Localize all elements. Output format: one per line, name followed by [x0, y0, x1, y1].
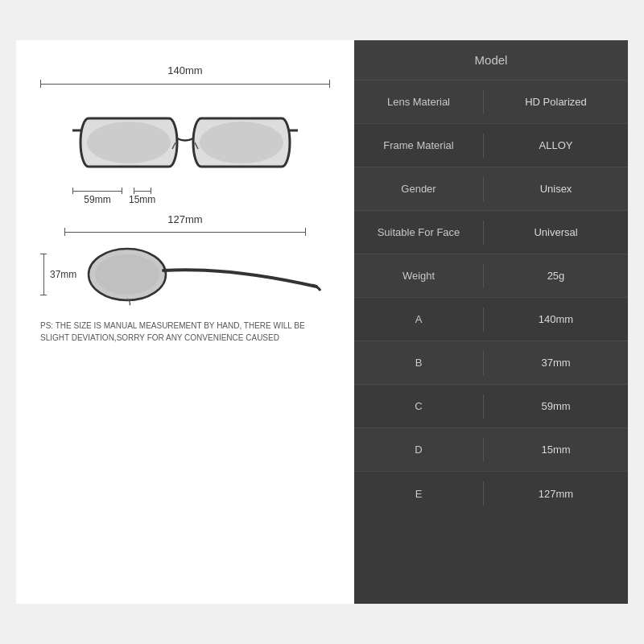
right-panel: Model Lens Material HD Polarized Frame M…	[354, 40, 628, 604]
spec-value-a: 140mm	[484, 307, 628, 332]
spec-label-e: E	[354, 481, 483, 506]
line-37mm	[43, 254, 44, 295]
spec-value-frame: ALLOY	[484, 133, 628, 158]
sub-dimensions: 59mm 15mm	[40, 188, 330, 205]
spec-value-face: Universal	[484, 220, 628, 245]
arrow-37mm-vert	[40, 254, 47, 295]
note-text: PS: THE SIZE IS MANUAL MEASUREMENT BY HA…	[40, 320, 330, 344]
spec-label-frame: Frame Material	[354, 133, 483, 158]
main-container: 140mm	[16, 40, 628, 604]
dim-59mm-group: 59mm	[72, 188, 122, 205]
glasses-front-view	[40, 102, 330, 183]
svg-point-7	[200, 122, 283, 163]
arrow-59mm	[72, 188, 122, 194]
top-dimension: 140mm	[40, 64, 330, 94]
spec-label-c: C	[354, 394, 483, 419]
spec-row-c: C 59mm	[354, 385, 628, 428]
line-59mm	[73, 191, 122, 192]
arrow-140mm	[40, 80, 330, 88]
spec-label-b: B	[354, 350, 483, 375]
spec-value-gender: Unisex	[484, 176, 628, 201]
spec-row-weight: Weight 25g	[354, 254, 628, 298]
spec-value-b: 37mm	[484, 350, 628, 375]
cap-59-right	[122, 188, 122, 194]
line-127mm	[65, 232, 305, 233]
dim-59mm-label: 59mm	[84, 194, 110, 205]
spec-row-frame-material: Frame Material ALLOY	[354, 124, 628, 167]
spec-row-e: E 127mm	[354, 472, 628, 515]
spec-label-d: D	[354, 437, 483, 462]
dim-15mm-label: 15mm	[129, 194, 155, 205]
spec-header-row: Model	[354, 40, 628, 80]
spec-row-b: B 37mm	[354, 341, 628, 385]
spec-row-gender: Gender Unisex	[354, 167, 628, 211]
spec-label-lens: Lens Material	[354, 89, 483, 114]
svg-point-9	[95, 254, 159, 295]
left-panel: 140mm	[16, 40, 354, 604]
spec-label-face: Suitable For Face	[354, 220, 483, 245]
svg-point-6	[87, 122, 171, 163]
dim-127mm-label: 127mm	[167, 213, 202, 225]
glasses-side-svg	[83, 242, 324, 307]
cap-127-right	[305, 228, 306, 236]
arrow-15mm	[134, 188, 151, 194]
spec-label-a: A	[354, 307, 483, 332]
cap-right	[329, 80, 330, 88]
dim-127mm-group: 127mm	[40, 213, 330, 236]
spec-label-weight: Weight	[354, 263, 483, 288]
spec-value-d: 15mm	[484, 437, 628, 462]
spec-value-c: 59mm	[484, 394, 628, 419]
spec-header-title: Model	[475, 53, 508, 67]
dim-37mm-group: 37mm	[40, 254, 76, 295]
cap-15-right	[151, 188, 151, 194]
dim-37mm-label: 37mm	[50, 269, 76, 280]
spec-value-lens: HD Polarized	[484, 89, 628, 114]
dim-140mm-label: 140mm	[40, 64, 330, 76]
cap-37-bottom	[40, 295, 47, 295]
arrow-127mm	[64, 228, 306, 236]
spec-row-face: Suitable For Face Universal	[354, 211, 628, 254]
line-15mm	[134, 191, 151, 192]
dim-15mm-group: 15mm	[129, 188, 155, 205]
spec-value-e: 127mm	[484, 481, 628, 506]
glasses-side-view: 37mm	[40, 242, 330, 307]
spec-label-gender: Gender	[354, 176, 483, 201]
spec-value-weight: 25g	[484, 263, 628, 288]
glasses-front-svg	[72, 102, 298, 183]
line-140mm	[41, 84, 329, 85]
spec-row-d: D 15mm	[354, 428, 628, 472]
spec-row-a: A 140mm	[354, 298, 628, 341]
spec-row-lens-material: Lens Material HD Polarized	[354, 80, 628, 124]
